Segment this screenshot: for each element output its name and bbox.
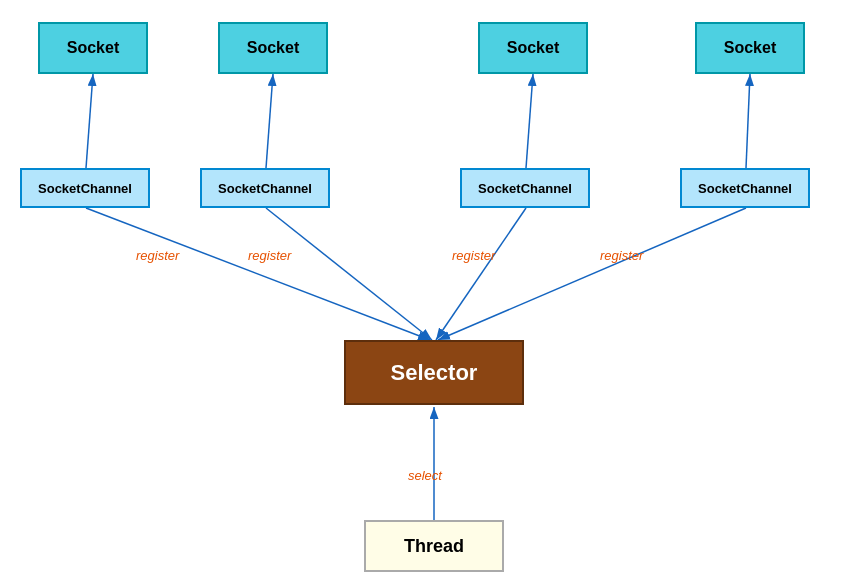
channel-4: SocketChannel: [680, 168, 810, 208]
thread-box: Thread: [364, 520, 504, 572]
svg-line-3: [266, 74, 273, 168]
svg-line-9: [438, 208, 746, 340]
select-label: select: [408, 468, 442, 483]
socket-1: Socket: [38, 22, 148, 74]
socket-4: Socket: [695, 22, 805, 74]
svg-line-5: [746, 74, 750, 168]
register-label-4: register: [600, 248, 643, 263]
selector-box: Selector: [344, 340, 524, 405]
svg-line-4: [526, 74, 533, 168]
channel-2: SocketChannel: [200, 168, 330, 208]
diagram: Socket Socket Socket Socket SocketChanne…: [0, 0, 867, 581]
register-label-2: register: [248, 248, 291, 263]
socket-3: Socket: [478, 22, 588, 74]
arrows-svg: [0, 0, 867, 581]
svg-line-8: [436, 208, 526, 340]
register-label-1: register: [136, 248, 179, 263]
socket-2: Socket: [218, 22, 328, 74]
channel-3: SocketChannel: [460, 168, 590, 208]
register-label-3: register: [452, 248, 495, 263]
svg-line-6: [86, 208, 430, 340]
svg-line-7: [266, 208, 432, 340]
channel-1: SocketChannel: [20, 168, 150, 208]
svg-line-2: [86, 74, 93, 168]
